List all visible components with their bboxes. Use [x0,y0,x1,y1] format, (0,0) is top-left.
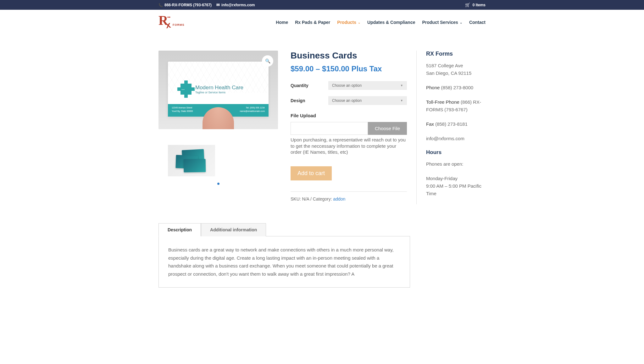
sidebar-email[interactable]: info@rxforms.com [426,136,464,141]
address-line-1: 5187 College Ave [426,62,486,69]
phone-contact[interactable]: 866-RX-FORMS (793-6767) [158,3,212,7]
chevron-down-icon: ⌄ [358,21,360,24]
hours-title: Hours [426,149,486,156]
product-thumbnail[interactable] [168,145,215,176]
sidebar: RX Forms 5187 College Ave San Diego, CA … [416,51,486,204]
file-upload-note: Upon purchasing, a representative will r… [291,137,407,155]
sidebar-title: RX Forms [426,51,486,57]
chevron-down-icon: ▼ [400,84,403,87]
design-select[interactable]: Choose an option ▼ [328,96,407,105]
cart-count: 0 Items [473,3,486,7]
mail-icon [216,3,220,7]
phone-label: Phone [426,85,441,90]
top-bar: 866-RX-FORMS (793-6767) info@rxforms.com… [0,0,644,10]
file-upload-label: File Upload [291,113,407,118]
tab-description[interactable]: Description [158,223,201,236]
email-contact[interactable]: info@rxforms.com [216,3,255,7]
category-link[interactable]: addon [333,196,345,201]
quantity-select[interactable]: Choose an option ▼ [328,81,407,90]
product-meta: SKU: N/A / Category: addon [291,196,407,201]
nav-products[interactable]: Products⌄ [337,20,360,25]
choose-file-button[interactable]: Choose File [368,122,407,135]
cart-icon [465,3,470,7]
hours-days: Monday-Friday [426,175,486,182]
chevron-down-icon: ▼ [400,99,403,102]
cart-link[interactable]: 0 Items [465,3,486,7]
zoom-button[interactable]: 🔍 [262,55,273,67]
divider [291,191,407,192]
nav-updates[interactable]: Updates & Compliance [367,20,415,25]
chevron-down-icon: ⌄ [460,21,462,24]
nav-contact[interactable]: Contact [469,20,486,25]
phone-text: 866-RX-FORMS (793-6767) [164,3,212,7]
main-header: R ▪▪ x FORMS Home Rx Pads & Paper Produc… [0,10,644,35]
file-upload-input[interactable] [291,122,368,135]
design-label: Design [291,98,328,103]
quantity-label: Quantity [291,83,328,88]
main-nav: Home Rx Pads & Paper Products⌄ Updates &… [276,20,486,25]
search-icon: 🔍 [265,58,270,63]
product-image[interactable]: 🔍 〰 Modern Health Care Tagline or Servic… [158,51,278,129]
pagination-dot[interactable] [217,183,219,185]
product-title: Business Cards [291,51,407,61]
phone-icon [158,3,163,7]
site-logo[interactable]: R ▪▪ x FORMS [158,14,188,30]
hours-label: Phones are open: [426,160,486,168]
hours-time: 9:00 AM – 5:00 PM Pacific Time [426,182,486,197]
nav-rx-pads[interactable]: Rx Pads & Paper [295,20,330,25]
tab-additional-info[interactable]: Additional information [201,223,266,236]
nav-product-services[interactable]: Product Services⌄ [422,20,462,25]
add-to-cart-button[interactable]: Add to cart [291,166,332,180]
tab-content: Business cards are a great way to networ… [158,236,410,288]
fax-label: Fax [426,121,435,127]
product-tabs: Description Additional information [158,223,410,236]
tollfree-label: Toll-Free Phone [426,99,461,105]
email-text: info@rxforms.com [221,3,255,7]
phone-value: (858) 273-8000 [441,85,474,90]
fax-value: (858) 273-8181 [435,121,468,127]
product-price: $59.00 – $150.00 Plus Tax [291,64,407,73]
address-line-2: San Diego, CA 92115 [426,69,486,77]
nav-home[interactable]: Home [276,20,288,25]
